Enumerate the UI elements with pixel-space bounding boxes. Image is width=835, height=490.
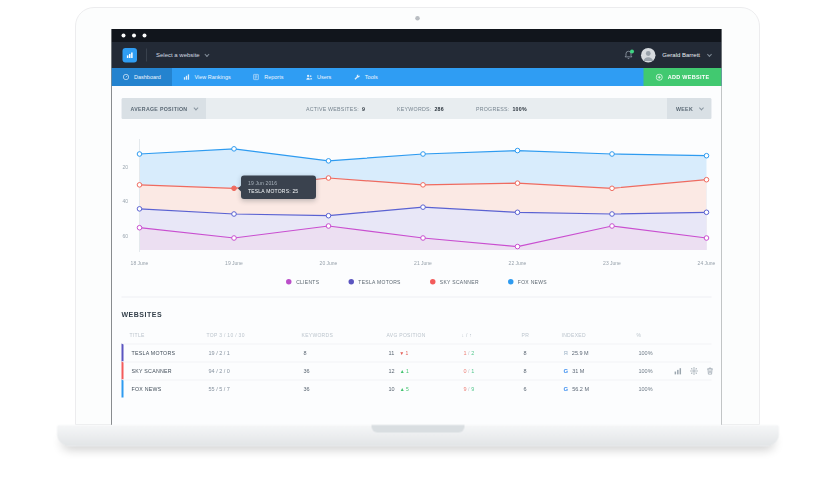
x-axis-label: 21 June [401,260,446,266]
cell-down-up: 9 / 9 [464,386,524,392]
notification-dot [630,50,634,54]
stat-label: PROGRESS: [476,106,509,112]
search-engine-icon: Я [564,350,568,357]
window-control-dot[interactable] [132,34,136,38]
legend-item-sky-scanner[interactable]: SKY SCANNER [430,279,479,285]
table-row-tesla-motors[interactable]: TESLA MOTORS19 / 2 / 1811▼ 11 / 28Я25.9 … [122,344,712,362]
legend-dot [348,279,354,285]
bar-chart-logo-icon[interactable] [123,48,138,63]
cell-top-3-10-30: 19 / 2 / 1 [209,350,304,356]
nav-item-view-rankings[interactable]: View Rankings [172,68,242,86]
header-cell: TITLE [122,332,207,338]
table-header: TITLETOP 3 / 10 / 30KEYWORDSAVG POSITION… [122,327,712,344]
cell-keywords: 36 [304,368,389,374]
cell-down-up: 0 / 1 [464,368,524,374]
trash-icon[interactable] [706,367,715,376]
user-avatar[interactable] [641,48,656,63]
table-row-fox-news[interactable]: FOX NEWS55 / 5 / 73610▲ 59 / 96G56.2 M10… [122,380,712,398]
nav-item-label: Users [317,74,331,80]
stat-value: 9 [362,106,365,112]
window-control-dot[interactable] [122,34,126,38]
search-engine-icon: G [564,368,569,375]
header-cell: ↓ / ↑ [462,332,522,338]
x-axis-label: 18 June [117,260,162,266]
topbar-divider [146,49,147,62]
cell-pr: 6 [524,386,564,392]
cell-pr: 8 [524,350,564,356]
header-cell: INDEXED [562,332,637,338]
x-axis-label: 22 June [495,260,540,266]
cell-percent: 100% [639,368,674,374]
nav-item-users[interactable]: Users [294,68,342,86]
legend-dot [508,279,514,285]
legend-label: FOX NEWS [518,279,547,285]
legend-label: TESLA MOTORS [358,279,400,285]
websites-table: TESLA MOTORS19 / 2 / 1811▼ 11 / 28Я25.9 … [122,344,712,398]
nav-item-tools[interactable]: Tools [342,68,388,86]
nav-item-label: Tools [365,74,378,80]
header-cell: % [637,332,672,338]
legend-dot [430,279,436,285]
nav-item-reports[interactable]: Reports [242,68,295,86]
cell-indexed: G56.2 M [564,386,639,393]
x-axis-label: 24 June [684,260,722,266]
chart-tooltip: 19 Jun 2016 TESLA MOTORS: 25 [241,175,316,199]
laptop-bezel: Select a website Gerald Barrett Das [75,7,760,425]
user-name[interactable]: Gerald Barrett [662,52,700,59]
section-divider [122,297,712,298]
cell-title: TESLA MOTORS [124,350,209,356]
laptop-notch [372,425,465,433]
cell-avg-position: 12▲ 1 [389,368,464,374]
chart-canvas[interactable] [122,132,712,260]
app-topbar: Select a website Gerald Barrett [112,42,722,68]
cell-title: FOX NEWS [124,386,209,392]
dashboard-content: AVERAGE POSITION ACTIVE WEBSITES:9KEYWOR… [112,86,722,425]
chevron-down-icon [205,52,210,57]
main-navbar: DashboardView RankingsReportsUsersTools … [112,68,722,86]
stat-active-websites-: ACTIVE WEBSITES:9 [306,106,365,112]
y-axis-tick: 20 [123,164,129,170]
legend-item-tesla-motors[interactable]: TESLA MOTORS [348,279,400,285]
cell-percent: 100% [639,350,674,356]
laptop-base [57,425,779,446]
x-axis-label: 19 June [212,260,257,266]
legend-item-fox-news[interactable]: FOX NEWS [508,279,547,285]
gear-icon[interactable] [690,367,699,376]
metric-selector[interactable]: AVERAGE POSITION [122,98,206,119]
reports-icon [253,74,260,81]
site-selector[interactable]: Select a website [156,52,208,59]
notification-bell-icon[interactable] [623,50,634,61]
y-axis-tick: 60 [123,233,129,239]
nav-item-dashboard[interactable]: Dashboard [112,68,172,86]
stat-progress-: PROGRESS:100% [476,106,527,112]
header-cell: AVG POSITION [387,332,462,338]
metric-selector-label: AVERAGE POSITION [131,106,188,112]
legend-item-clients[interactable]: CLIENTS [286,279,319,285]
cell-keywords: 36 [304,386,389,392]
header-cell: PR [522,332,562,338]
stat-keywords-: KEYWORDS:286 [397,106,444,112]
websites-heading: WEBSITES [122,311,712,319]
x-axis-labels: 18 June19 June20 June21 June22 June23 Ju… [122,260,712,269]
chevron-down-icon [699,105,704,110]
y-axis-tick: 40 [123,199,129,205]
trend-down-badge: ▼ 1 [399,351,408,357]
period-selector[interactable]: WEEK [667,98,711,119]
window-control-dot[interactable] [143,34,147,38]
row-actions [674,367,719,376]
table-row-sky-scanner[interactable]: SKY SCANNER94 / 2 / 03612▲ 10 / 18G31 M1… [122,362,712,380]
tools-icon [353,74,360,81]
x-axis-label: 23 June [590,260,635,266]
nav-item-label: Dashboard [134,74,161,80]
gauge-icon [123,74,130,81]
chart-legend: CLIENTSTESLA MOTORSSKY SCANNERFOX NEWS [122,279,712,285]
chevron-down-icon [193,105,198,110]
legend-dot [286,279,292,285]
row-chart-icon[interactable] [674,367,683,376]
rankings-chart[interactable]: 204060 19 Jun 2016 TESLA MOTORS: 25 [122,132,712,260]
add-website-button[interactable]: ADD WEBSITE [644,68,722,86]
cell-down-up: 1 / 2 [464,350,524,356]
cell-keywords: 8 [304,350,389,356]
cell-avg-position: 10▲ 5 [389,386,464,392]
site-selector-label: Select a website [156,52,200,59]
